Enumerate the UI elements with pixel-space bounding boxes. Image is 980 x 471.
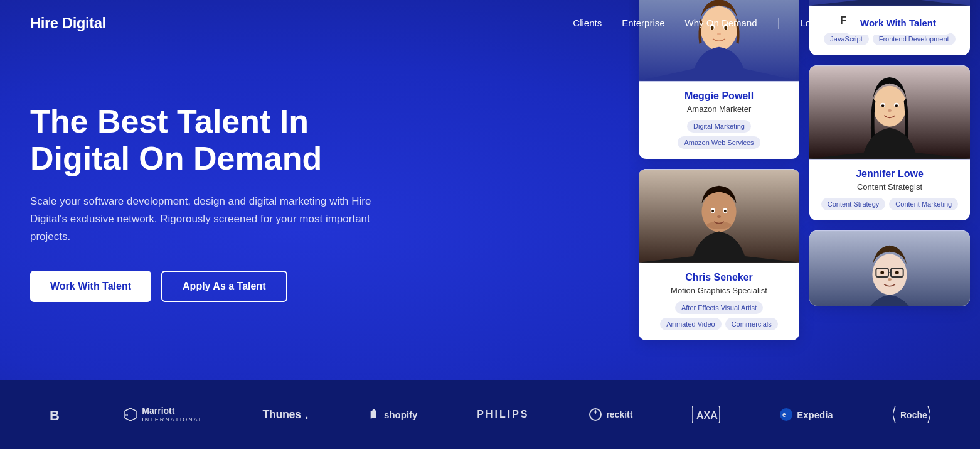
talent-card-chris-body: Chris Seneker Motion Graphics Specialist… bbox=[639, 263, 799, 330]
talent-role-jennifer: Content Strategist bbox=[819, 182, 960, 192]
svg-point-34 bbox=[880, 271, 884, 274]
logo-philips: PHILIPS bbox=[477, 409, 529, 420]
talent-tag-aws: Amazon Web Services bbox=[678, 136, 760, 149]
svg-point-28 bbox=[888, 109, 892, 112]
talent-column-1: Meggie Powell Amazon Marketer Digital Ma… bbox=[639, 0, 799, 340]
logo-axa: AXA bbox=[692, 406, 720, 423]
talent-photo-partial bbox=[809, 230, 970, 306]
nav-clients[interactable]: Clients bbox=[573, 18, 602, 28]
nav-enterprise[interactable]: Enterprise bbox=[622, 18, 664, 28]
talent-column-2: Full Stack Developer JavaScript Frontend… bbox=[809, 25, 970, 306]
svg-point-14 bbox=[706, 222, 731, 229]
logo-reckitt: reckitt bbox=[589, 408, 632, 421]
apply-as-talent-button[interactable]: Apply As a Talent bbox=[161, 271, 287, 302]
talent-tags-chris: After Effects Visual Artist Animated Vid… bbox=[649, 301, 789, 330]
talent-tag-animated-video: Animated Video bbox=[660, 318, 721, 330]
svg-point-42 bbox=[780, 408, 792, 421]
work-with-talent-button[interactable]: Work With Talent bbox=[30, 271, 151, 302]
svg-point-11 bbox=[711, 210, 714, 213]
hero-section: The Best Talent In Digital On Demand Sca… bbox=[0, 0, 980, 380]
talent-card-meggie-body: Meggie Powell Amazon Marketer Digital Ma… bbox=[639, 82, 799, 149]
talent-photo-jennifer bbox=[809, 65, 970, 160]
talent-tags-meggie: Digital Marketing Amazon Web Services bbox=[649, 120, 789, 149]
talent-tags-jennifer: Content Strategy Content Marketing bbox=[819, 198, 960, 210]
svg-text:Roche: Roche bbox=[900, 410, 927, 420]
logo-expedia: e Expedia bbox=[779, 408, 833, 421]
talent-photo-chris bbox=[639, 169, 799, 263]
svg-text:B: B bbox=[50, 408, 60, 423]
svg-point-36 bbox=[888, 278, 892, 281]
svg-text:M: M bbox=[125, 413, 128, 417]
talent-role-meggie: Amazon Marketer bbox=[649, 104, 789, 114]
nav-why-on-demand[interactable]: Why On Demand bbox=[685, 18, 757, 28]
logo-shopify: shopify bbox=[368, 408, 417, 421]
talent-tag-after-effects: After Effects Visual Artist bbox=[675, 301, 763, 314]
site-logo[interactable]: Hire Digital bbox=[30, 14, 573, 32]
svg-point-12 bbox=[724, 210, 727, 213]
hero-content: The Best Talent In Digital On Demand Sca… bbox=[0, 40, 439, 340]
talent-card-partial bbox=[809, 230, 970, 306]
svg-point-26 bbox=[881, 104, 885, 107]
talent-tag-digital-marketing: Digital Marketing bbox=[687, 120, 751, 133]
svg-point-27 bbox=[895, 104, 898, 107]
logos-bar: B M MarriottINTERNATIONAL Thunes. shopif… bbox=[0, 380, 980, 449]
svg-point-35 bbox=[895, 271, 899, 274]
hero-buttons: Work With Talent Apply As a Talent bbox=[30, 271, 409, 302]
logo-roche: Roche bbox=[893, 406, 930, 423]
login-button[interactable]: Log In bbox=[800, 18, 826, 28]
logo-thunes: Thunes. bbox=[263, 406, 309, 423]
talent-name-chris: Chris Seneker bbox=[649, 272, 789, 283]
nav-divider: | bbox=[777, 16, 780, 29]
talent-name-meggie: Meggie Powell bbox=[649, 90, 789, 102]
svg-point-13 bbox=[717, 215, 721, 218]
svg-point-30 bbox=[872, 254, 907, 295]
nav-cta-button[interactable]: Work With Talent bbox=[846, 11, 950, 35]
svg-point-23 bbox=[873, 86, 906, 127]
navbar: Hire Digital Clients Enterprise Why On D… bbox=[0, 0, 980, 46]
talent-card-jennifer-body: Jennifer Lowe Content Strategist Content… bbox=[809, 160, 970, 210]
talent-tag-content-strategy: Content Strategy bbox=[821, 198, 886, 210]
logo-marriott: M MarriottINTERNATIONAL bbox=[123, 406, 203, 423]
talent-name-jennifer: Jennifer Lowe bbox=[819, 168, 960, 180]
logo-b: B bbox=[50, 406, 63, 423]
svg-text:e: e bbox=[782, 411, 786, 418]
talent-tag-commercials: Commercials bbox=[725, 318, 778, 330]
hero-title: The Best Talent In Digital On Demand bbox=[30, 103, 409, 178]
hero-subtitle: Scale your software development, design … bbox=[30, 193, 381, 246]
talent-card-jennifer: Jennifer Lowe Content Strategist Content… bbox=[809, 65, 970, 220]
talent-panel: Meggie Powell Amazon Marketer Digital Ma… bbox=[629, 0, 980, 380]
svg-text:AXA: AXA bbox=[696, 410, 718, 421]
talent-role-chris: Motion Graphics Specialist bbox=[649, 286, 789, 295]
talent-card-chris: Chris Seneker Motion Graphics Specialist… bbox=[639, 169, 799, 340]
talent-tag-content-marketing: Content Marketing bbox=[889, 198, 958, 210]
